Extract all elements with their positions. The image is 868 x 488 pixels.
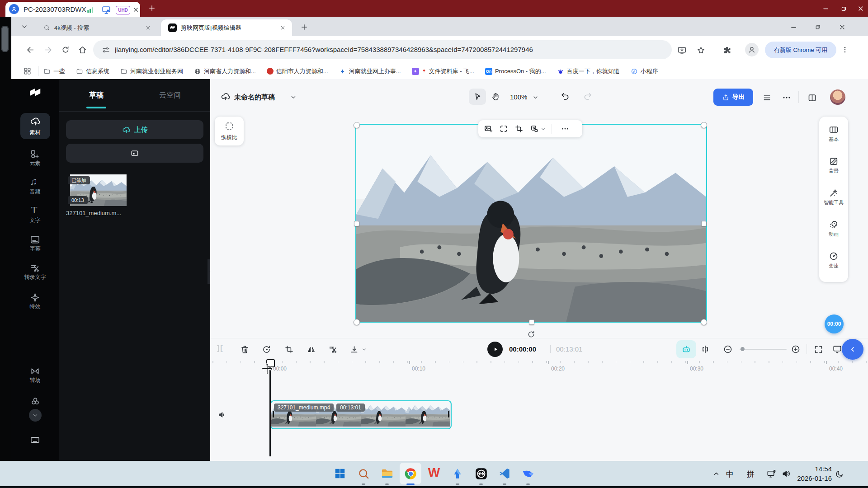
crop-icon[interactable] <box>514 124 524 133</box>
rail-label[interactable]: 变速 <box>819 263 848 269</box>
rail-label[interactable]: 智能工具 <box>819 199 848 206</box>
chrome-menu-icon[interactable] <box>840 45 850 55</box>
refresh-icon[interactable] <box>60 44 71 55</box>
zoom-level[interactable]: 100% <box>510 93 527 101</box>
session-close-icon[interactable] <box>132 6 139 13</box>
site-settings-icon[interactable] <box>101 45 110 54</box>
bookmark-item[interactable]: 河南就业网上办事... <box>339 67 401 75</box>
resize-chevron-icon[interactable] <box>540 126 546 132</box>
speed-icon[interactable] <box>829 251 839 261</box>
rdp-minimize-button[interactable] <box>821 4 830 13</box>
teamviewer-icon[interactable] <box>474 466 488 481</box>
night-mode-icon[interactable] <box>835 469 844 479</box>
side-panel-handle[interactable] <box>1 26 9 52</box>
tab-drafts[interactable]: 草稿 <box>89 91 104 100</box>
rdp-maximize-button[interactable] <box>839 4 848 13</box>
basic-icon[interactable] <box>829 125 839 135</box>
draft-title[interactable]: 未命名的草稿 <box>234 93 275 102</box>
resize-icon[interactable] <box>530 124 539 133</box>
feishu-icon[interactable] <box>521 466 535 481</box>
nav-label[interactable]: 转场 <box>11 376 59 384</box>
session-monitor-icon[interactable] <box>101 5 111 15</box>
download-icon[interactable] <box>349 344 359 355</box>
filter-icon[interactable] <box>30 396 41 407</box>
play-button[interactable] <box>487 342 503 357</box>
video-clip[interactable]: 327101_medium.mp4 00:13:01 <box>270 400 452 429</box>
file-explorer-icon[interactable] <box>380 466 394 481</box>
tray-chevron-up-icon[interactable] <box>712 469 721 478</box>
chrome-update-chip[interactable]: 有新版 Chrome 可用 <box>765 42 836 58</box>
shortcut-keyboard-icon[interactable] <box>30 435 40 445</box>
preview-monitor-icon[interactable] <box>832 344 843 355</box>
bookmark-item[interactable]: OnProcessOn - 我的... <box>485 67 546 75</box>
tab-cloud[interactable]: 云空间 <box>159 91 181 100</box>
aspect-ratio-button[interactable]: 纵横比 <box>215 117 244 145</box>
tray-clock[interactable]: 14:54 2026-01-16 <box>792 464 832 483</box>
start-button[interactable] <box>333 466 347 481</box>
selection-handle-sw[interactable] <box>354 319 360 325</box>
selection-handle-s[interactable] <box>529 319 534 325</box>
chrome-taskbar-icon[interactable] <box>403 466 418 481</box>
bookmark-item[interactable]: 小程序 <box>631 67 658 75</box>
chrome-close-button[interactable] <box>837 22 847 32</box>
smart-tools-icon[interactable] <box>829 188 839 198</box>
reverse-icon[interactable] <box>261 344 272 355</box>
zoom-chevron-icon[interactable] <box>532 94 539 101</box>
new-tab-button[interactable] <box>299 22 309 32</box>
works-stack-icon[interactable] <box>761 92 772 103</box>
panel-layout-icon[interactable] <box>807 92 817 103</box>
home-icon[interactable] <box>77 44 88 55</box>
vscode-icon[interactable] <box>497 466 512 481</box>
zoom-in-icon[interactable] <box>790 344 801 355</box>
rail-label[interactable]: 动画 <box>819 231 848 238</box>
draft-title-chevron-icon[interactable] <box>289 93 297 101</box>
transcript-cut-icon[interactable] <box>327 344 338 355</box>
bookmark-star-icon[interactable] <box>695 45 706 56</box>
profile-avatar[interactable] <box>745 43 759 56</box>
bookmark-item[interactable]: 河南省人力资源和... <box>194 67 256 75</box>
split-tool-icon[interactable]: ][ <box>217 344 224 352</box>
transcribe-icon[interactable] <box>30 263 40 273</box>
export-button[interactable]: 导出 <box>713 89 753 106</box>
fullscreen-icon[interactable] <box>813 344 824 355</box>
apps-grid-icon[interactable] <box>23 66 32 76</box>
background-icon[interactable] <box>829 156 839 166</box>
selection-handle-nw[interactable] <box>354 122 360 128</box>
redo-icon[interactable] <box>582 91 593 102</box>
tim-app-icon[interactable] <box>450 466 465 481</box>
effects-icon[interactable] <box>30 292 40 303</box>
timeline-ruler[interactable] <box>212 361 868 363</box>
bookmark-item[interactable]: 百度一下，你就知道 <box>557 67 620 75</box>
tab-close-icon[interactable] <box>279 24 286 31</box>
extensions-icon[interactable] <box>722 45 732 56</box>
subtitle-icon[interactable] <box>30 235 40 245</box>
transition-icon[interactable] <box>30 366 40 376</box>
nav-label[interactable]: 字幕 <box>11 245 59 253</box>
delete-icon[interactable] <box>239 344 250 355</box>
select-tool-button[interactable] <box>469 89 486 105</box>
forward-icon[interactable] <box>42 44 53 55</box>
track-mute-icon[interactable] <box>217 409 228 420</box>
download-chevron-icon[interactable] <box>361 346 367 352</box>
fit-frame-icon[interactable] <box>499 124 508 133</box>
nav-label[interactable]: 音频 <box>11 188 59 196</box>
zoom-out-icon[interactable] <box>722 344 733 355</box>
smart-assistant-button[interactable] <box>676 340 696 358</box>
remote-session-tab[interactable]: PC-20230703RDWX UHD <box>5 2 140 17</box>
more-icon[interactable] <box>561 124 570 133</box>
video-preview[interactable] <box>356 125 706 322</box>
music-icon[interactable]: ♫ <box>30 177 38 187</box>
elements-icon[interactable] <box>30 149 40 160</box>
split-at-playhead-icon[interactable] <box>700 344 711 355</box>
url-text[interactable]: jianying.com/editor/386DCCEE-7371-4108-9… <box>115 46 662 53</box>
uhd-badge[interactable]: UHD <box>116 6 130 14</box>
user-avatar[interactable] <box>830 89 845 105</box>
replace-image-icon[interactable] <box>484 124 493 133</box>
chrome-minimize-button[interactable] <box>788 22 798 32</box>
browser-tab-capcut[interactable]: 剪映网页版|视频编辑器 <box>161 19 292 36</box>
tray-network-icon[interactable] <box>766 468 777 479</box>
nav-label[interactable]: 文字 <box>11 216 59 224</box>
rail-label[interactable]: 基本 <box>819 136 848 143</box>
ime-mode[interactable]: 拼 <box>747 469 755 479</box>
new-session-button[interactable] <box>147 4 156 13</box>
